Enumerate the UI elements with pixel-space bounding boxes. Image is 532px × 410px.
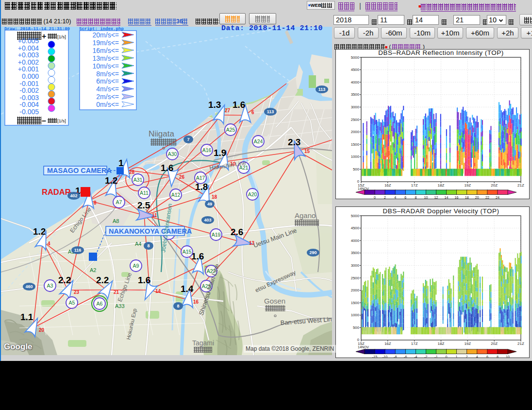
svg-text:-2: -2 <box>424 355 427 359</box>
svg-text:Uetsu Main Line: Uetsu Main Line <box>252 227 298 249</box>
svg-text:403: 403 <box>204 218 211 222</box>
svg-text:-0.005: -0.005 <box>19 108 39 116</box>
svg-text:DBS–RADAR Reflection Intensi: DBS–RADAR Reflection Intensity (TOP) <box>378 49 504 56</box>
svg-text:A15: A15 <box>183 249 192 255</box>
svg-text:1.1: 1.1 <box>20 312 33 322</box>
svg-text:20m/s<=: 20m/s<= <box>93 31 119 39</box>
svg-text:13m/s<=: 13m/s<= <box>93 54 119 62</box>
svg-text:17Z: 17Z <box>411 342 418 346</box>
svg-text:A33: A33 <box>115 303 125 309</box>
svg-text:4m/s<=: 4m/s<= <box>96 85 119 93</box>
svg-text:1.6: 1.6 <box>161 163 173 173</box>
svg-text:A16: A16 <box>202 147 212 153</box>
svg-text:A7: A7 <box>116 199 122 205</box>
svg-text:-0.004: -0.004 <box>19 101 39 108</box>
svg-text:1500: 1500 <box>351 301 360 305</box>
svg-text:A5: A5 <box>69 300 75 306</box>
svg-text:6: 6 <box>486 355 488 359</box>
svg-text:16: 16 <box>455 195 459 200</box>
svg-text:8: 8 <box>94 200 97 205</box>
svg-text:+0.002: +0.002 <box>18 58 39 66</box>
svg-text:18: 18 <box>465 195 469 200</box>
svg-text:2m/s<=: 2m/s<= <box>96 93 119 101</box>
svg-text:1: 1 <box>456 355 458 359</box>
svg-text:8: 8 <box>415 195 416 200</box>
svg-text:-8: -8 <box>394 355 397 359</box>
svg-text:2000: 2000 <box>351 288 360 292</box>
svg-text:16m/s<=: 16m/s<= <box>93 47 119 54</box>
svg-text:20: 20 <box>475 195 479 200</box>
svg-text:27: 27 <box>225 108 231 113</box>
svg-text:16: 16 <box>193 299 199 305</box>
svg-text:DBS–RADAR Doppler Velocity: DBS–RADAR Doppler Velocity (TOP) <box>382 207 499 215</box>
svg-text:MASAGO CAMERA: MASAGO CAMERA <box>47 167 112 174</box>
svg-text:-0.001: -0.001 <box>19 80 39 87</box>
svg-text:10: 10 <box>506 355 510 359</box>
svg-text:8: 8 <box>497 355 499 359</box>
svg-text:3000: 3000 <box>351 105 360 109</box>
svg-text:A4: A4 <box>135 241 141 247</box>
svg-text:5000: 5000 <box>351 214 360 218</box>
svg-text:21Z: 21Z <box>517 183 524 188</box>
svg-text:5000: 5000 <box>351 55 360 60</box>
svg-text:2.5: 2.5 <box>137 200 150 210</box>
svg-text:113: 113 <box>318 87 326 92</box>
svg-text:+0.004: +0.004 <box>18 44 39 52</box>
svg-text:6: 6 <box>251 110 254 115</box>
svg-text:RADAR: RADAR <box>42 188 71 196</box>
svg-text:1.4: 1.4 <box>181 284 194 294</box>
svg-text:A6: A6 <box>97 301 103 307</box>
svg-text:8m/s<=: 8m/s<= <box>96 70 119 78</box>
svg-text:4500: 4500 <box>351 68 360 72</box>
svg-text:1000: 1000 <box>351 313 360 317</box>
svg-text:-15: -15 <box>372 355 377 359</box>
svg-text:-4: -4 <box>414 355 417 359</box>
svg-text:2: 2 <box>466 355 468 359</box>
svg-text:1500: 1500 <box>351 142 360 147</box>
svg-text:[1/s]: [1/s] <box>57 34 66 39</box>
svg-text:500: 500 <box>353 325 360 330</box>
svg-text:-10: -10 <box>382 355 387 359</box>
svg-text:17Z: 17Z <box>411 183 418 188</box>
svg-text:A19: A19 <box>212 232 221 238</box>
svg-text:+0.005: +0.005 <box>18 37 39 45</box>
svg-text:1.3: 1.3 <box>208 100 221 110</box>
svg-text:1.2: 1.2 <box>105 175 117 186</box>
svg-text:+0.001: +0.001 <box>18 65 39 73</box>
svg-text:0m/s<=: 0m/s<= <box>96 101 119 108</box>
svg-text:2: 2 <box>384 195 386 200</box>
svg-text:402: 402 <box>70 193 77 198</box>
svg-text:1000: 1000 <box>351 154 360 159</box>
svg-text:-1: -1 <box>434 355 437 359</box>
svg-text:2000: 2000 <box>351 130 360 134</box>
svg-text:4: 4 <box>476 355 478 359</box>
svg-text:20Z: 20Z <box>491 183 498 188</box>
svg-text:19Z: 19Z <box>464 183 471 188</box>
svg-text:3500: 3500 <box>351 251 360 255</box>
svg-text:Gosen: Gosen <box>264 297 285 305</box>
svg-text:18: 18 <box>212 194 217 200</box>
svg-text:A11: A11 <box>140 190 149 196</box>
svg-text:0: 0 <box>374 195 376 200</box>
svg-text:24: 24 <box>496 195 499 200</box>
svg-text:4500: 4500 <box>351 226 360 230</box>
svg-text:1.9: 1.9 <box>214 148 226 158</box>
svg-text:4000: 4000 <box>351 239 360 243</box>
svg-text:A31: A31 <box>133 177 143 183</box>
svg-text:A8: A8 <box>113 218 119 224</box>
svg-text:2.2: 2.2 <box>58 275 71 285</box>
svg-text:21Z: 21Z <box>517 342 524 346</box>
svg-text:Niigata: Niigata <box>149 129 174 138</box>
svg-text:1.6: 1.6 <box>138 275 150 285</box>
svg-text:A17: A17 <box>196 175 205 181</box>
svg-text:4: 4 <box>48 241 50 246</box>
svg-text:23: 23 <box>74 290 80 295</box>
svg-text:113: 113 <box>267 109 274 114</box>
svg-text:–: – <box>42 117 46 125</box>
svg-text:6: 6 <box>404 195 406 200</box>
svg-text:A24: A24 <box>254 138 263 144</box>
svg-text:3500: 3500 <box>351 92 360 97</box>
svg-text:290: 290 <box>309 250 316 255</box>
svg-text:A3: A3 <box>47 283 53 289</box>
svg-text:14NOV: 14NOV <box>358 345 369 349</box>
